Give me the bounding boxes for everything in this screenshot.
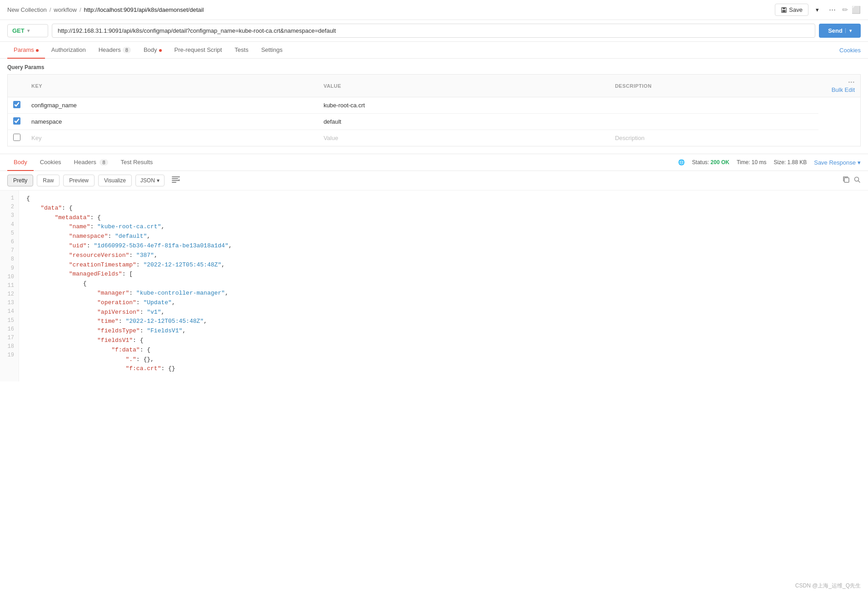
breadcrumb-sep-1: / — [50, 6, 51, 13]
svg-rect-1 — [783, 7, 785, 9]
request-tabs: Params Authorization Headers8 Body Pre-r… — [0, 42, 868, 59]
time-label-text: Time: — [737, 159, 750, 166]
wrap-button[interactable] — [168, 176, 184, 186]
tab-authorization-label: Authorization — [51, 46, 86, 53]
method-label: GET — [12, 27, 25, 34]
resp-tab-body-label: Body — [14, 159, 27, 166]
param-checkbox-2[interactable] — [13, 117, 20, 125]
param-key-2[interactable]: namespace — [26, 114, 318, 130]
resp-tab-test-results-label: Test Results — [121, 159, 153, 166]
status-value: 200 OK — [711, 159, 729, 166]
search-button[interactable] — [853, 176, 861, 185]
tab-body-label: Body — [144, 46, 157, 53]
status-label: Status: 200 OK — [692, 159, 729, 166]
th-checkbox — [8, 75, 26, 97]
status-label-text: Status: — [692, 159, 709, 166]
format-chevron-icon: ▾ — [157, 177, 160, 184]
send-button[interactable]: Send ▾ — [819, 24, 861, 38]
resp-tab-cookies-label: Cookies — [40, 159, 61, 166]
breadcrumb: New Collection / workflow / http://local… — [7, 6, 775, 13]
save-chevron-button[interactable]: ▾ — [812, 4, 823, 15]
param-key-1[interactable]: configmap_name — [26, 97, 318, 114]
more-options-button[interactable]: ··· — [826, 5, 838, 15]
edit-icon[interactable]: ✏ — [842, 5, 848, 14]
tab-params[interactable]: Params — [7, 42, 45, 59]
method-select[interactable]: GET ▾ — [7, 24, 48, 37]
params-table: KEY VALUE DESCRIPTION ··· Bulk Edit conf… — [7, 74, 861, 146]
breadcrumb-current: http://localhost:9091/api/k8s/daemonset/… — [84, 6, 204, 13]
tab-tests[interactable]: Tests — [228, 42, 254, 59]
resp-tab-cookies[interactable]: Cookies — [34, 154, 68, 171]
send-chevron-icon[interactable]: ▾ — [845, 28, 852, 33]
raw-button[interactable]: Raw — [37, 175, 60, 186]
table-row: namespace default — [8, 114, 861, 130]
pretty-button[interactable]: Pretty — [7, 175, 33, 186]
method-chevron-icon: ▾ — [27, 28, 30, 33]
th-actions: ··· Bulk Edit — [818, 75, 861, 97]
top-bar-actions: Save ▾ ··· ✏ ⬜ — [775, 4, 861, 16]
send-label: Send — [828, 27, 843, 34]
param-desc-3[interactable]: Description — [609, 130, 818, 146]
tab-authorization[interactable]: Authorization — [45, 42, 92, 59]
preview-button[interactable]: Preview — [63, 175, 95, 186]
query-params-title: Query Params — [7, 64, 861, 70]
tab-pre-request[interactable]: Pre-request Script — [168, 42, 229, 59]
svg-rect-6 — [172, 182, 176, 183]
code-area[interactable]: 1 2 3 4 5 6 7 8 9 10 11 12 13 14 15 16 1… — [0, 191, 868, 381]
tab-headers[interactable]: Headers8 — [92, 42, 137, 59]
th-description: DESCRIPTION — [609, 75, 818, 97]
breadcrumb-new-collection[interactable]: New Collection — [7, 6, 47, 13]
query-params-section: Query Params KEY VALUE DESCRIPTION ··· B… — [0, 59, 868, 146]
visualize-button[interactable]: Visualize — [98, 175, 132, 186]
param-value-1[interactable]: kube-root-ca.crt — [318, 97, 609, 114]
save-icon — [781, 7, 787, 13]
param-desc-placeholder: Description — [615, 135, 644, 141]
param-checkbox-1[interactable] — [13, 101, 20, 108]
body-dot — [159, 49, 162, 52]
tab-settings-label: Settings — [261, 46, 283, 53]
params-dot — [36, 49, 39, 52]
param-value-2[interactable]: default — [318, 114, 609, 130]
svg-rect-2 — [783, 10, 786, 12]
format-select-label: JSON — [140, 177, 155, 184]
tab-settings[interactable]: Settings — [255, 42, 289, 59]
bulk-edit-button[interactable]: Bulk Edit — [832, 86, 855, 93]
svg-rect-3 — [172, 176, 180, 177]
code-toolbar: Pretty Raw Preview Visualize JSON ▾ — [0, 171, 868, 191]
json-content: { "data": { "metadata": { "name": "kube-… — [19, 191, 868, 381]
svg-line-9 — [858, 181, 860, 183]
save-label: Save — [789, 6, 803, 13]
layout-icon[interactable]: ⬜ — [852, 5, 861, 14]
response-status-bar: 🌐 Status: 200 OK Time: 10 ms Size: 1.88 … — [678, 159, 861, 166]
url-bar: GET ▾ Send ▾ — [0, 20, 868, 42]
th-more-icon: ··· — [848, 78, 855, 86]
param-checkbox-3[interactable] — [13, 134, 20, 141]
param-value-placeholder: Value — [324, 135, 338, 141]
tab-body[interactable]: Body — [137, 42, 168, 59]
param-desc-1[interactable] — [609, 97, 818, 114]
param-key-3[interactable]: Key — [26, 130, 318, 146]
param-value-3[interactable]: Value — [318, 130, 609, 146]
save-button[interactable]: Save — [775, 4, 808, 16]
response-tabs: Body Cookies Headers 8 Test Results 🌐 St… — [0, 154, 868, 171]
format-select[interactable]: JSON ▾ — [135, 175, 165, 186]
resp-tab-headers-label: Headers — [74, 159, 96, 166]
resp-tab-headers[interactable]: Headers 8 — [68, 154, 115, 171]
save-response-button[interactable]: Save Response ▾ — [814, 159, 861, 166]
resp-tab-test-results[interactable]: Test Results — [115, 154, 160, 171]
globe-icon: 🌐 — [678, 159, 685, 166]
param-key-placeholder: Key — [31, 135, 41, 141]
table-row: Key Value Description — [8, 130, 861, 146]
th-key: KEY — [26, 75, 318, 97]
param-desc-2[interactable] — [609, 114, 818, 130]
resp-tab-body[interactable]: Body — [7, 154, 34, 171]
size-label-text: Size: — [773, 159, 786, 166]
tab-headers-label: Headers — [99, 46, 121, 53]
copy-button[interactable] — [843, 176, 850, 185]
time-label: Time: 10 ms — [737, 159, 767, 166]
cookies-link[interactable]: Cookies — [839, 47, 861, 54]
resp-headers-badge: 8 — [100, 159, 108, 166]
url-input[interactable] — [52, 24, 815, 38]
breadcrumb-workflow[interactable]: workflow — [54, 6, 77, 13]
wrap-icon — [172, 176, 180, 183]
